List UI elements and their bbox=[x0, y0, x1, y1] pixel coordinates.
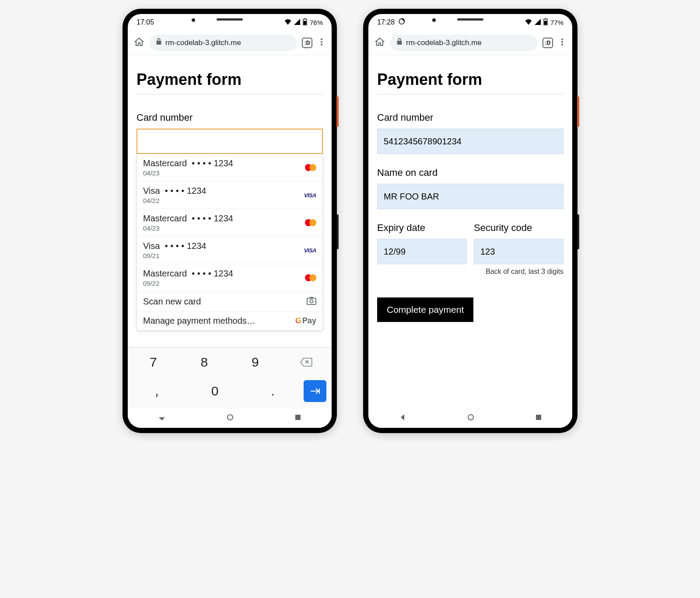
nav-back-icon[interactable] bbox=[399, 414, 406, 423]
battery-pct: 77% bbox=[550, 19, 564, 26]
phone-right: 17:28 77% bbox=[363, 9, 578, 433]
battery-pct: 76% bbox=[310, 19, 323, 26]
name-on-card-input[interactable]: MR FOO BAR bbox=[377, 184, 564, 209]
svg-point-4 bbox=[321, 38, 322, 40]
android-nav-bar bbox=[128, 409, 332, 428]
expiry-input[interactable]: 12/99 bbox=[377, 239, 467, 264]
autofill-dropdown: Mastercard • • • • 1234 04/23 Visa • • •… bbox=[136, 154, 323, 331]
browser-toolbar: rm-codelab-3.glitch.me :D bbox=[128, 31, 332, 55]
svg-rect-9 bbox=[310, 297, 313, 299]
page-content: Payment form Card number 541234567890123… bbox=[368, 55, 572, 409]
screen: 17:28 77% bbox=[368, 14, 572, 428]
svg-rect-2 bbox=[304, 21, 306, 24]
security-code-input[interactable]: 123 bbox=[474, 239, 564, 264]
clock: 17:28 bbox=[377, 18, 395, 26]
svg-rect-7 bbox=[307, 298, 316, 305]
card-number-label: Card number bbox=[377, 112, 564, 123]
svg-point-18 bbox=[561, 41, 563, 43]
nav-home-icon[interactable] bbox=[227, 414, 234, 423]
svg-point-5 bbox=[321, 41, 322, 43]
key-7[interactable]: 7 bbox=[128, 348, 179, 377]
power-button bbox=[336, 96, 339, 127]
mastercard-icon bbox=[305, 164, 316, 171]
autofill-card-option[interactable]: Visa • • • • 1234 04/22 VISA bbox=[137, 182, 322, 209]
status-bar: 17:05 76% bbox=[128, 14, 332, 31]
menu-icon[interactable] bbox=[318, 38, 326, 48]
key-0[interactable]: 0 bbox=[186, 377, 244, 406]
card-number-input[interactable]: 5412345678901234 bbox=[377, 129, 564, 154]
visa-icon: VISA bbox=[304, 247, 316, 254]
autofill-card-option[interactable]: Mastercard • • • • 1234 09/22 bbox=[137, 264, 322, 292]
key-8[interactable]: 8 bbox=[179, 348, 230, 377]
divider bbox=[377, 94, 564, 94]
home-icon[interactable] bbox=[374, 37, 385, 49]
address-bar[interactable]: rm-codelab-3.glitch.me bbox=[150, 35, 297, 51]
key-backspace[interactable] bbox=[281, 348, 332, 377]
page-title: Payment form bbox=[136, 70, 323, 89]
camera-icon bbox=[307, 296, 316, 307]
signal-icon bbox=[294, 19, 300, 26]
android-nav-bar bbox=[368, 409, 572, 428]
card-number-label: Card number bbox=[136, 112, 323, 123]
name-on-card-label: Name on card bbox=[377, 167, 564, 178]
svg-rect-16 bbox=[397, 41, 402, 45]
lock-icon bbox=[396, 38, 402, 47]
mastercard-icon bbox=[305, 274, 316, 281]
divider bbox=[136, 94, 323, 94]
autofill-card-option[interactable]: Mastercard • • • • 1234 04/23 bbox=[137, 154, 322, 182]
nav-back-icon[interactable] bbox=[158, 414, 165, 423]
svg-rect-11 bbox=[295, 415, 301, 420]
clock: 17:05 bbox=[136, 18, 154, 26]
url-text: rm-codelab-3.glitch.me bbox=[165, 38, 241, 47]
status-bar: 17:28 77% bbox=[368, 14, 572, 31]
scan-card-option[interactable]: Scan new card bbox=[137, 292, 322, 311]
card-number-input[interactable] bbox=[136, 129, 323, 154]
complete-payment-button[interactable]: Complete payment bbox=[377, 297, 473, 322]
gpay-icon: G Pay bbox=[295, 316, 316, 325]
data-saver-icon bbox=[398, 18, 405, 27]
nav-recents-icon[interactable] bbox=[536, 414, 542, 422]
power-button bbox=[577, 96, 579, 127]
signal-icon bbox=[535, 19, 541, 26]
numeric-keyboard: 7 8 9 , 0 . bbox=[128, 347, 332, 409]
page-title: Payment form bbox=[377, 70, 564, 89]
svg-rect-21 bbox=[536, 415, 541, 420]
svg-point-8 bbox=[310, 300, 313, 303]
svg-point-20 bbox=[468, 415, 473, 420]
page-content: Payment form Card number Mastercard • • … bbox=[128, 55, 332, 347]
tabs-button[interactable]: :D bbox=[542, 38, 553, 48]
key-enter[interactable] bbox=[304, 380, 326, 402]
wifi-icon bbox=[525, 19, 532, 26]
key-period[interactable]: . bbox=[244, 377, 302, 406]
address-bar[interactable]: rm-codelab-3.glitch.me bbox=[390, 35, 537, 51]
mastercard-icon bbox=[305, 219, 316, 226]
autofill-card-option[interactable]: Mastercard • • • • 1234 04/23 bbox=[137, 209, 322, 237]
key-comma[interactable]: , bbox=[128, 377, 186, 406]
expiry-label: Expiry date bbox=[377, 222, 467, 234]
menu-icon[interactable] bbox=[558, 38, 566, 48]
url-text: rm-codelab-3.glitch.me bbox=[406, 38, 482, 47]
tabs-button[interactable]: :D bbox=[302, 38, 312, 48]
security-code-label: Security code bbox=[474, 222, 564, 234]
autofill-card-option[interactable]: Visa • • • • 1234 09/21 VISA bbox=[137, 237, 322, 264]
nav-home-icon[interactable] bbox=[467, 414, 474, 423]
battery-icon bbox=[303, 18, 307, 27]
screen: 17:05 76% bbox=[128, 14, 332, 428]
svg-point-17 bbox=[561, 38, 563, 40]
svg-point-19 bbox=[561, 44, 563, 45]
lock-icon bbox=[156, 38, 162, 47]
volume-button bbox=[337, 214, 339, 249]
battery-icon bbox=[543, 18, 548, 27]
svg-rect-15 bbox=[544, 21, 547, 24]
volume-button bbox=[578, 214, 579, 249]
browser-toolbar: rm-codelab-3.glitch.me :D bbox=[368, 31, 572, 55]
wifi-icon bbox=[284, 19, 291, 26]
key-9[interactable]: 9 bbox=[230, 348, 281, 377]
nav-recents-icon[interactable] bbox=[295, 414, 301, 422]
manage-payment-option[interactable]: Manage payment methods… G Pay bbox=[137, 311, 322, 330]
visa-icon: VISA bbox=[304, 192, 316, 199]
home-icon[interactable] bbox=[134, 37, 144, 49]
svg-rect-3 bbox=[157, 41, 161, 45]
phone-left: 17:05 76% bbox=[122, 9, 337, 433]
svg-point-10 bbox=[228, 415, 233, 420]
